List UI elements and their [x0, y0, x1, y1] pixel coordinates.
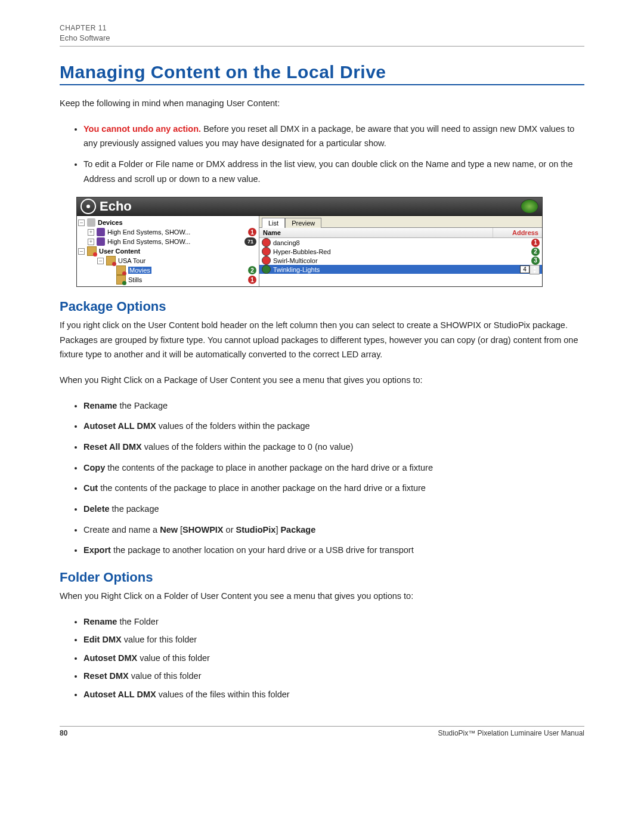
column-header-name[interactable]: Name — [259, 228, 493, 237]
count-badge: 1 — [248, 276, 256, 284]
devices-icon — [87, 218, 95, 227]
count-badge: 2 — [248, 266, 256, 274]
tree-label: USA Tour — [118, 257, 145, 264]
tree-folder-item[interactable]: Movies 2 — [78, 265, 258, 275]
page-title: Managing Content on the Local Drive — [60, 62, 584, 85]
collapse-icon[interactable]: – — [78, 220, 85, 226]
address-badge: 2 — [531, 248, 540, 256]
filename: Swirl-Multicolor — [273, 257, 531, 264]
tree-device-item[interactable]: + High End Systems, SHOW... 71 — [78, 237, 258, 246]
tree-package-item[interactable]: – USA Tour — [78, 256, 258, 265]
intro-paragraph: Keep the following in mind when managing… — [60, 96, 584, 111]
media-icon — [262, 247, 271, 256]
list-item[interactable]: dancing8 1 — [259, 238, 542, 247]
expand-icon[interactable]: + — [88, 229, 94, 236]
tree-folder-item[interactable]: Stills 1 — [78, 275, 258, 285]
list-item: Export the package to another location o… — [83, 543, 584, 558]
address-badge: 1 — [531, 239, 540, 247]
package-icon — [106, 256, 116, 265]
expand-icon[interactable]: + — [88, 239, 94, 245]
filename: Twinkling-Lights — [273, 266, 520, 273]
list-item: Autoset ALL DMX values of the files with… — [83, 687, 584, 702]
list-item: Autoset ALL DMX values of the folders wi… — [83, 419, 584, 434]
address-edit-field[interactable]: 4 — [520, 265, 530, 273]
chapter-label: CHAPTER 11 — [60, 24, 584, 32]
list-item: You cannot undo any action. Before you r… — [83, 122, 584, 151]
folder-options-list: Rename the Folder Edit DMX value for thi… — [60, 614, 584, 702]
list-item[interactable]: Swirl-Multicolor 3 — [259, 256, 542, 265]
package-options-list: Rename the Package Autoset ALL DMX value… — [60, 398, 584, 558]
stepper-icon[interactable]: ▲▼ — [530, 265, 540, 274]
breadcrumb: Echo Software — [60, 33, 584, 47]
hamburger-icon — [521, 199, 538, 214]
tree-label: High End Systems, SHOW... — [107, 238, 190, 245]
package-options-heading: Package Options — [60, 299, 584, 314]
list-item: To edit a Folder or File name or DMX add… — [83, 157, 584, 186]
page-number: 80 — [60, 729, 67, 737]
warning-text: You cannot undo any action. — [83, 124, 201, 134]
collapse-icon[interactable]: – — [78, 248, 85, 255]
device-tree-pane: – Devices + High End Systems, SHOW... 1 … — [77, 216, 259, 286]
list-item: Delete the package — [83, 502, 584, 517]
collapse-icon[interactable]: – — [97, 258, 104, 264]
filename: Hyper-Bubbles-Red — [273, 248, 531, 255]
document-title: StudioPix™ Pixelation Luminaire User Man… — [438, 729, 584, 737]
list-item: Cut the contents of the package to place… — [83, 481, 584, 496]
filename: dancing8 — [273, 239, 531, 246]
package-paragraph-1: If you right click on the User Content b… — [60, 318, 584, 362]
folder-options-heading: Folder Options — [60, 570, 584, 585]
list-item: Create and name a New [SHOWPIX or Studio… — [83, 523, 584, 537]
app-title: Echo — [100, 199, 132, 214]
count-badge: 71 — [244, 237, 256, 246]
folder-icon — [116, 275, 126, 285]
list-item: Edit DMX value for this folder — [83, 632, 584, 647]
top-bullet-list: You cannot undo any action. Before you r… — [60, 122, 584, 187]
list-item: Reset DMX value of this folder — [83, 669, 584, 684]
column-header-address[interactable]: Address — [493, 228, 542, 237]
app-titlebar: Echo — [77, 197, 542, 216]
fixture-icon — [97, 228, 105, 236]
tree-label: High End Systems, SHOW... — [107, 228, 190, 236]
media-icon — [262, 256, 271, 265]
tree-user-content[interactable]: – User Content — [78, 246, 258, 256]
list-item-selected[interactable]: Twinkling-Lights 4 ▲▼ — [259, 265, 542, 274]
folder-paragraph: When you Right Click on a Folder of User… — [60, 589, 584, 604]
list-header: Name Address — [259, 228, 542, 238]
address-badge: 3 — [531, 257, 540, 265]
file-list-pane: ListPreview Name Address dancing8 1 Hype… — [259, 216, 542, 286]
view-tabs: ListPreview — [259, 216, 542, 228]
list-item[interactable]: Hyper-Bubbles-Red 2 — [259, 247, 542, 256]
tab-list[interactable]: List — [262, 218, 285, 228]
tree-label: Devices — [98, 219, 123, 226]
tab-preview[interactable]: Preview — [285, 218, 321, 228]
list-item: Reset All DMX values of the folders with… — [83, 440, 584, 455]
echo-screenshot: Echo – Devices + High End Systems, SHOW.… — [76, 197, 543, 287]
tree-root-devices[interactable]: – Devices — [78, 218, 258, 227]
media-icon — [262, 238, 271, 247]
tree-label-selected: Movies — [128, 267, 151, 274]
list-item: Copy the contents of the package to plac… — [83, 461, 584, 475]
folder-icon — [116, 265, 126, 275]
list-item: Rename the Package — [83, 398, 584, 413]
list-item: Rename the Folder — [83, 614, 584, 629]
count-badge: 1 — [248, 228, 256, 236]
media-icon — [262, 265, 271, 274]
tree-device-item[interactable]: + High End Systems, SHOW... 1 — [78, 227, 258, 237]
user-content-icon — [87, 246, 97, 256]
app-logo-icon — [80, 199, 96, 214]
page-footer: 80 StudioPix™ Pixelation Luminaire User … — [60, 726, 584, 737]
tree-label: User Content — [99, 248, 140, 255]
list-item: Autoset DMX value of this folder — [83, 651, 584, 666]
tree-label: Stills — [128, 276, 142, 283]
package-paragraph-2: When you Right Click on a Package of Use… — [60, 373, 584, 388]
fixture-icon — [97, 237, 105, 246]
